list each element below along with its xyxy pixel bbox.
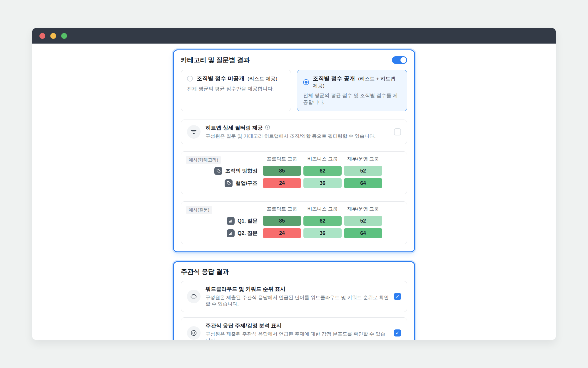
- heatmap-cell: 64: [344, 228, 382, 238]
- heatmap-cell: 62: [303, 166, 342, 176]
- section-enabled-toggle[interactable]: [392, 56, 407, 64]
- example-question-badge: 예시(질문): [186, 206, 212, 214]
- column-header: 재무/운영 그룹: [344, 156, 382, 163]
- radio-scores-private[interactable]: [187, 76, 193, 82]
- radio-scores-public[interactable]: [303, 79, 309, 85]
- category-row-label: 조직의 방향성: [187, 167, 260, 175]
- heatmap-cell: 36: [303, 228, 342, 238]
- option-description: 전체 평균의 평균 점수만을 제공합니다.: [187, 85, 285, 92]
- option-card-scores-public[interactable]: 조직별 점수 공개 (리스트 + 히트맵 제공) 전체 평균의 평균 점수 및 …: [297, 70, 407, 111]
- option-description: 전체 평균의 평균 점수 및 조직별 점수를 제공합니다.: [303, 92, 401, 106]
- heatmap-cell: 62: [303, 216, 342, 226]
- tag-icon: [225, 179, 233, 187]
- heatmap-cell: 52: [344, 216, 382, 226]
- heatmap-filter-checkbox[interactable]: [394, 128, 401, 135]
- heatmap-cell: 64: [344, 178, 382, 188]
- bar-chart-icon: [227, 217, 235, 225]
- heatmap-cell: 24: [263, 228, 301, 238]
- column-header: 프로덕트 그룹: [263, 206, 301, 213]
- example-category-card: 예시(카테고리) 프로덕트 그룹 비즈니스 그룹 재무/운영 그룹 조직의 방향…: [181, 151, 407, 194]
- column-header: 재무/운영 그룹: [344, 206, 382, 213]
- category-question-results-panel: 카테고리 및 질문별 결과 조직별 점수 미공개 (리스트 제공) 전체 평균의…: [173, 49, 415, 252]
- tag-icon: [214, 167, 222, 175]
- category-row-label: 협업/구조: [187, 179, 260, 187]
- minimize-window-button[interactable]: [50, 33, 56, 39]
- window-content: 카테고리 및 질문별 결과 조직별 점수 미공개 (리스트 제공) 전체 평균의…: [32, 44, 556, 340]
- close-window-button[interactable]: [39, 33, 45, 39]
- sentiment-row-title: 주관식 응답 주제/감정 분석 표시: [206, 322, 282, 329]
- wordcloud-row-description: 구성원은 제출된 주관식 응답에서 언급된 단어를 워드클라우드 및 키워드 순…: [206, 294, 389, 307]
- option-card-scores-private[interactable]: 조직별 점수 미공개 (리스트 제공) 전체 평균의 평균 점수만을 제공합니다…: [181, 70, 291, 111]
- cloud-icon: [187, 290, 201, 303]
- subjective-results-panel: 주관식 응답 결과 워드클라우드 및 키워드 순위 표시 구성원은 제출된 주관…: [173, 261, 415, 340]
- question-heatmap-table: 프로덕트 그룹 비즈니스 그룹 재무/운영 그룹 Q1. 질문 85 62 52: [187, 206, 401, 238]
- option-title: 조직별 점수 공개: [313, 75, 355, 82]
- wordcloud-row-title: 워드클라우드 및 키워드 순위 표시: [206, 286, 285, 293]
- option-suffix: (리스트 제공): [248, 76, 277, 82]
- sentiment-checkbox[interactable]: [394, 329, 401, 336]
- heatmap-filter-row: 히트맵 상세 필터링 제공 구성원은 질문 및 카테고리 히트맵에서 조직/역할…: [181, 120, 407, 144]
- example-category-badge: 예시(카테고리): [186, 156, 221, 164]
- window-titlebar: [32, 28, 556, 44]
- heatmap-cell: 85: [263, 216, 301, 226]
- wordcloud-checkbox[interactable]: [394, 293, 401, 300]
- filter-row-title: 히트맵 상세 필터링 제공: [206, 124, 263, 131]
- column-header: 비즈니스 그룹: [303, 206, 342, 213]
- sentiment-row: 주관식 응답 주제/감정 분석 표시 구성원은 제출된 주관식 응답에서 언급된…: [181, 317, 407, 340]
- question-row-label: Q2. 질문: [187, 229, 260, 237]
- smiley-icon: [187, 326, 201, 340]
- example-question-card: 예시(질문) 프로덕트 그룹 비즈니스 그룹 재무/운영 그룹 Q1. 질문 8: [181, 201, 407, 244]
- zoom-window-button[interactable]: [61, 33, 67, 39]
- bar-chart-icon: [227, 229, 235, 237]
- column-header: 비즈니스 그룹: [303, 156, 342, 163]
- panel-title-subjective-results: 주관식 응답 결과: [181, 267, 229, 276]
- filter-row-description: 구성원은 질문 및 카테고리 히트맵에서 조직/역할 등으로 필터링할 수 있습…: [206, 133, 389, 140]
- panel-title-category-question-results: 카테고리 및 질문별 결과: [181, 56, 250, 64]
- question-row-label: Q1. 질문: [187, 217, 260, 225]
- heatmap-cell: 24: [263, 178, 301, 188]
- heatmap-cell: 36: [303, 178, 342, 188]
- toggle-knob: [400, 57, 406, 63]
- app-window: 카테고리 및 질문별 결과 조직별 점수 미공개 (리스트 제공) 전체 평균의…: [32, 28, 556, 340]
- info-icon[interactable]: [265, 125, 270, 131]
- filter-icon: [187, 125, 201, 139]
- option-title: 조직별 점수 미공개: [197, 75, 245, 82]
- heatmap-cell: 85: [263, 166, 301, 176]
- wordcloud-row: 워드클라우드 및 키워드 순위 표시 구성원은 제출된 주관식 응답에서 언급된…: [181, 281, 407, 312]
- score-visibility-options: 조직별 점수 미공개 (리스트 제공) 전체 평균의 평균 점수만을 제공합니다…: [181, 70, 407, 111]
- heatmap-cell: 52: [344, 166, 382, 176]
- sentiment-row-description: 구성원은 제출된 주관식 응답에서 언급된 주제에 대한 감정 분포도를 확인할…: [206, 331, 389, 340]
- column-header: 프로덕트 그룹: [263, 156, 301, 163]
